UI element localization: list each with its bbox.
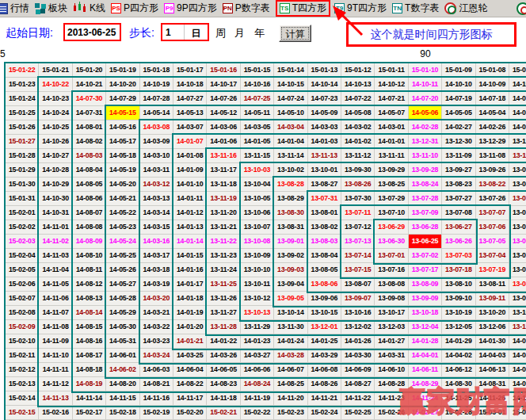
date-cell[interactable]: 14-08-04	[73, 163, 106, 178]
date-cell[interactable]: 13-09-27	[442, 163, 475, 178]
date-cell[interactable]: 13-10-19	[442, 306, 475, 320]
date-cell[interactable]: 14-03-19	[140, 277, 173, 292]
date-cell[interactable]: 13-09-09	[409, 292, 442, 306]
date-cell[interactable]: 14-01-27	[375, 334, 408, 349]
date-cell[interactable]: 13-07-30	[341, 192, 375, 206]
date-cell[interactable]: 14-03-25	[173, 349, 207, 363]
date-cell[interactable]: 13-08-30	[274, 206, 307, 220]
date-cell[interactable]: 13-10-06	[241, 206, 274, 220]
date-cell[interactable]: 13-11-15	[241, 149, 274, 163]
date-cell[interactable]: 14-08-19	[73, 377, 106, 391]
date-cell[interactable]: 14-02-28	[409, 120, 442, 135]
date-cell[interactable]: 14-03-06	[207, 120, 240, 135]
date-cell[interactable]: 14-08-08	[73, 220, 106, 235]
date-cell[interactable]: 14-03-22	[140, 320, 173, 334]
date-cell[interactable]: 13-11-25	[207, 277, 240, 292]
date-cell[interactable]: 13-11-21	[207, 220, 240, 235]
date-cell[interactable]: 13-08-05	[308, 263, 341, 277]
date-cell[interactable]: 15-01-28	[6, 149, 39, 163]
date-cell[interactable]: 13-12-29	[476, 135, 509, 149]
date-cell[interactable]: 14-10-29	[39, 178, 72, 192]
date-cell[interactable]: 14-10-15	[274, 78, 307, 92]
date-cell[interactable]: 14-03-05	[241, 120, 274, 135]
date-cell[interactable]: 13-06-27	[442, 220, 475, 235]
date-cell[interactable]: 14-01-16	[173, 263, 207, 277]
date-cell[interactable]: 14-11-21	[308, 391, 341, 406]
date-cell[interactable]: 13-08-12	[509, 277, 526, 292]
date-cell[interactable]: 14-11-04	[39, 263, 72, 277]
date-cell[interactable]: 14-10-14	[308, 78, 341, 92]
date-cell[interactable]: 14-01-05	[241, 135, 274, 149]
step-input[interactable]: 1	[162, 25, 185, 40]
date-cell[interactable]: 13-12-06	[476, 320, 509, 334]
date-cell[interactable]: 13-11-10	[409, 149, 442, 163]
date-cell[interactable]: 14-05-31	[106, 334, 139, 349]
date-cell[interactable]: 13-06-26	[442, 235, 475, 249]
date-cell[interactable]: 14-10-17	[207, 78, 240, 92]
date-cell[interactable]: 15-02-20	[173, 406, 207, 420]
date-cell[interactable]: 14-03-24	[140, 349, 173, 363]
calculate-button[interactable]: 计算	[279, 25, 311, 42]
date-cell[interactable]: 14-03-04	[274, 120, 307, 135]
date-cell[interactable]: 13-11-28	[207, 320, 240, 334]
date-cell[interactable]: 14-10-31	[39, 206, 72, 220]
date-cell[interactable]: 14-05-24	[106, 235, 139, 249]
date-cell[interactable]: 14-01-13	[173, 220, 207, 235]
date-cell[interactable]: 15-02-03	[6, 235, 39, 249]
date-cell[interactable]: 13-07-07	[476, 206, 509, 220]
date-cell[interactable]: 13-10-20	[476, 306, 509, 320]
date-cell[interactable]: 14-06-11	[409, 363, 442, 377]
date-cell[interactable]: 14-05-26	[106, 263, 139, 277]
date-cell[interactable]: 13-09-26	[476, 163, 509, 178]
date-cell[interactable]: 14-02-25	[509, 120, 526, 135]
date-cell[interactable]: 15-02-21	[207, 406, 240, 420]
date-cell[interactable]: 14-05-23	[106, 220, 139, 235]
date-cell[interactable]: 14-03-23	[140, 334, 173, 349]
date-cell[interactable]: 13-08-22	[476, 178, 509, 192]
date-cell[interactable]: 13-09-02	[274, 249, 307, 263]
date-cell[interactable]: 13-10-07	[241, 220, 274, 235]
date-cell[interactable]: 14-07-25	[241, 92, 274, 106]
date-cell[interactable]: 13-11-19	[207, 192, 240, 206]
date-cell[interactable]: 15-01-21	[39, 63, 72, 78]
date-cell[interactable]: 14-11-18	[207, 391, 240, 406]
date-cell[interactable]: 13-08-24	[409, 178, 442, 192]
unit-day-option[interactable]: 日	[185, 25, 208, 40]
date-cell[interactable]: 14-07-30	[73, 92, 106, 106]
date-cell[interactable]: 15-01-19	[106, 63, 139, 78]
date-cell[interactable]: 13-08-08	[375, 277, 408, 292]
date-cell[interactable]: 14-08-24	[241, 377, 274, 391]
date-cell[interactable]: 13-10-21	[509, 306, 526, 320]
date-cell[interactable]: 14-10-12	[375, 78, 408, 92]
date-cell[interactable]: 14-10-09	[476, 78, 509, 92]
date-cell[interactable]: 15-01-14	[274, 63, 307, 78]
date-cell[interactable]: 14-05-04	[476, 106, 509, 120]
date-cell[interactable]: 13-07-03	[442, 249, 475, 263]
date-cell[interactable]: 15-02-01	[6, 206, 39, 220]
date-cell[interactable]: 13-09-01	[274, 235, 307, 249]
toolbar-item-t-square[interactable]: TS T四方形	[280, 2, 326, 15]
date-cell[interactable]: 14-07-18	[476, 92, 509, 106]
date-cell[interactable]: 14-06-04	[173, 363, 207, 377]
date-cell[interactable]: 15-02-22	[241, 406, 274, 420]
date-cell[interactable]: 14-11-12	[39, 377, 72, 391]
date-cell[interactable]: 15-02-11	[6, 349, 39, 363]
date-cell[interactable]: 14-05-25	[106, 249, 139, 263]
date-cell[interactable]: 14-08-09	[73, 235, 106, 249]
date-cell[interactable]: 13-07-24	[509, 206, 526, 220]
date-cell[interactable]: 14-03-29	[308, 349, 341, 363]
date-cell[interactable]: 13-07-27	[442, 192, 475, 206]
date-cell[interactable]: 14-06-06	[241, 363, 274, 377]
date-cell[interactable]: 14-07-23	[308, 92, 341, 106]
date-cell[interactable]: 14-11-17	[173, 391, 207, 406]
date-cell[interactable]: 14-03-11	[140, 163, 173, 178]
date-cell[interactable]: 14-05-07	[375, 106, 408, 120]
date-cell[interactable]: 13-11-11	[375, 149, 408, 163]
date-cell[interactable]: 14-01-17	[173, 277, 207, 292]
date-cell[interactable]: 14-01-09	[173, 163, 207, 178]
date-cell[interactable]: 14-01-07	[173, 135, 207, 149]
date-cell[interactable]: 14-03-02	[341, 120, 375, 135]
date-cell[interactable]: 13-11-29	[241, 320, 274, 334]
date-cell[interactable]: 14-05-11	[241, 106, 274, 120]
date-cell[interactable]: 14-01-23	[241, 334, 274, 349]
